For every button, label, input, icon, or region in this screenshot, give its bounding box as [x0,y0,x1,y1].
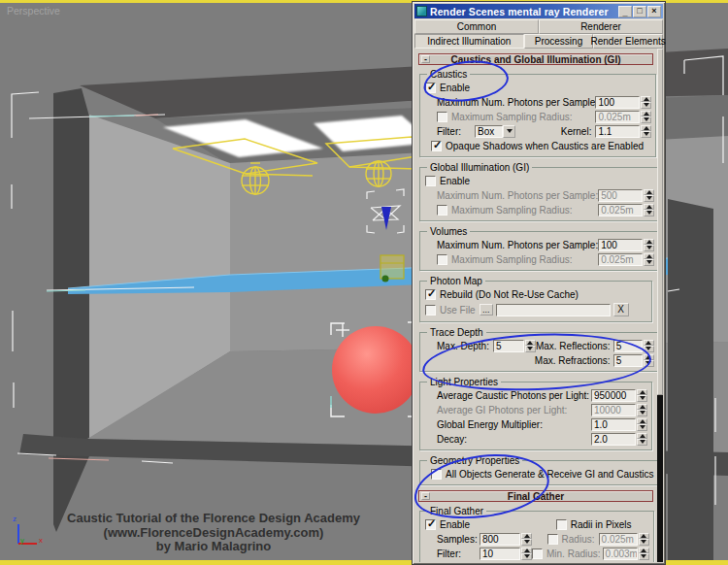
spinner [644,204,654,216]
fg-radius-checkbox[interactable] [547,534,558,545]
spinner [641,125,651,138]
photon-file-field[interactable] [496,304,611,316]
fg-radii-label: Radii in Pixels [571,519,632,530]
spinner-down-icon[interactable] [644,360,654,367]
fg-filter-field[interactable]: 10 [480,548,520,560]
spinner [521,548,532,560]
dialog-title: Render Scenes mental ray Renderer [430,6,617,17]
spinner-down-icon[interactable] [521,539,532,546]
tab-indirect-illumination[interactable]: Indirect Illumination [414,34,524,49]
spinner-down-icon[interactable] [639,539,649,546]
fg-min-radius-field[interactable]: 0.003m [603,548,638,560]
rollout-title: Caustics and Global Illumination (GI) [450,54,620,65]
tab-row-top: Common Renderer [414,19,663,34]
fg-radii-checkbox[interactable] [556,519,567,530]
red-sphere[interactable] [332,326,419,414]
spinner-down-icon[interactable] [644,346,654,352]
spinner-down-icon[interactable] [641,131,651,138]
all-objects-label: All Objects Generate & Receive GI and Ca… [446,469,654,480]
spinner-down-icon[interactable] [644,245,654,251]
tab-processing[interactable]: Processing [524,34,594,49]
photon-map-group: Photon Map ✓ Rebuild (Do Not Re-Use Cach… [419,276,652,322]
spinner-down-icon[interactable] [637,395,647,402]
caption-line-1: Caustic Tutorial of the Florence Design … [29,512,398,526]
caustics-filter-dropdown[interactable]: Box [475,125,515,138]
render-scene-dialog: Render Scenes mental ray Renderer _ □ × … [412,1,666,565]
caustics-radius-checkbox[interactable] [437,112,447,122]
caustics-opaque-checkbox[interactable]: ✓ [431,141,442,151]
use-file-checkbox[interactable] [425,305,436,316]
fg-enable-checkbox[interactable]: ✓ [425,519,436,530]
fg-samples-field[interactable]: 800 [480,533,520,546]
max-reflections-field[interactable]: 5 [613,340,643,352]
check-icon: ✓ [433,139,442,151]
rollout-caustics-gi-header[interactable]: - Caustics and Global Illumination (GI) [418,53,653,65]
spinner [639,533,649,546]
axis-y-label: y [20,536,24,545]
avg-caustic-photons-field[interactable]: 950000 [591,389,636,402]
decay-field[interactable]: 2.0 [591,433,636,446]
axis-z-label: z [13,515,17,523]
photon-map-legend: Photon Map [427,276,485,286]
spinner-down-icon[interactable] [644,259,654,266]
spinner-down-icon[interactable] [639,553,649,560]
fg-min-radius-label: Min. Radius: [546,548,601,559]
spinner-down-icon[interactable] [641,116,651,123]
browse-button[interactable]: ... [480,304,493,316]
viewport-name-label[interactable]: Perspective [7,5,60,17]
dropdown-button[interactable] [503,125,515,138]
minimize-button[interactable]: _ [618,6,632,17]
volumes-radius-checkbox[interactable] [437,254,447,265]
rebuild-checkbox[interactable]: ✓ [425,289,436,300]
fg-samples-label: Samples: [437,534,480,545]
gi-radius-field[interactable]: 0.025m [598,204,643,216]
gi-enable-checkbox[interactable] [425,176,436,186]
caustics-max-photons-field[interactable]: 100 [595,96,640,109]
gi-radius-checkbox[interactable] [437,205,447,216]
caustics-kernel-field[interactable]: 1.1 [595,125,640,138]
collapse-icon[interactable]: - [421,55,430,63]
restore-button[interactable]: □ [633,6,646,17]
spinner-down-icon[interactable] [644,210,654,216]
avg-gi-photons-field[interactable]: 10000 [591,404,636,416]
panel-scrollbar-thumb[interactable] [657,49,663,395]
max-depth-field[interactable]: 5 [493,340,524,352]
rollout-final-gather-header[interactable]: - Final Gather [418,490,653,502]
spinner-down-icon[interactable] [521,553,532,560]
panel-scrollbar[interactable] [657,49,663,562]
caustics-enable-checkbox[interactable]: ✓ [425,83,436,93]
tab-renderer[interactable]: Renderer [539,19,663,34]
global-energy-label: Global Energy Multiplier: [437,419,543,430]
volumes-radius-field[interactable]: 0.025m [598,253,643,266]
gi-legend: Global Illumination (GI) [427,162,532,173]
gi-max-photons-field[interactable]: 500 [598,189,643,202]
fg-enable-label: Enable [440,519,470,530]
spinner-down-icon[interactable] [644,195,654,202]
caustics-legend: Caustics [427,69,470,80]
tab-render-elements[interactable]: Render Elements [593,34,663,49]
geometry-properties-group: Geometry Properties All Objects Generate… [419,455,659,485]
spinner-down-icon[interactable] [525,346,536,352]
tutorial-caption: Caustic Tutorial of the Florence Design … [29,512,398,554]
spinner-down-icon[interactable] [637,439,647,446]
max-refractions-field[interactable]: 5 [613,354,643,367]
close-button[interactable]: × [647,6,661,17]
spinner-down-icon[interactable] [641,102,651,109]
caustics-radius-field[interactable]: 0.025m [595,111,640,123]
tab-common[interactable]: Common [414,19,539,34]
fg-min-radius-checkbox[interactable] [532,548,543,559]
spinner-down-icon[interactable] [637,424,647,431]
spinner [637,404,647,416]
dialog-titlebar[interactable]: Render Scenes mental ray Renderer _ □ × [414,4,663,18]
spinner [644,253,654,266]
max-reflections-label: Max. Reflections: [536,341,611,351]
gi-group: Global Illumination (GI) Enable Maximum … [419,162,659,221]
volumes-max-photons-field[interactable]: 100 [598,239,643,251]
global-energy-field[interactable]: 1.0 [591,418,636,431]
target-box[interactable] [381,255,404,282]
collapse-icon[interactable]: - [421,492,430,500]
fg-radius-field[interactable]: 0.025m [599,533,638,546]
spinner-down-icon[interactable] [637,410,647,416]
all-objects-checkbox[interactable] [431,469,442,480]
clear-file-button[interactable]: X [613,303,629,316]
